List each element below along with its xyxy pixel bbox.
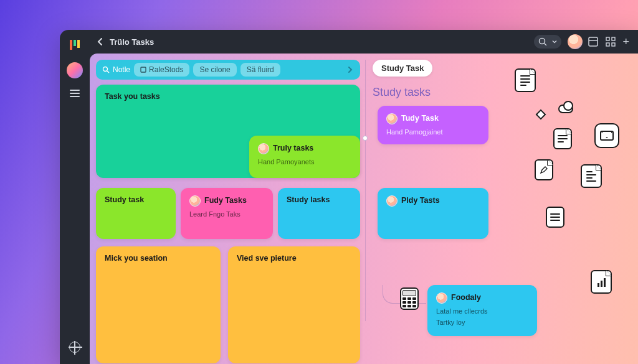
app-logo[interactable] [69,39,81,51]
svg-point-11 [103,67,108,72]
left-rail [60,30,90,364]
board-canvas[interactable]: Notle RaleStods Se cilone Sä fluird Task… [90,54,638,364]
layout-icon[interactable] [588,36,599,47]
document-icon[interactable] [515,68,536,92]
diamond-icon[interactable] [536,110,546,120]
avatar-icon [189,195,201,207]
search-dropdown[interactable] [534,35,561,49]
svg-rect-5 [589,37,598,46]
card-title: Study lasks [287,195,351,204]
svg-rect-1 [74,40,76,46]
add-button[interactable]: + [622,36,629,47]
column-divider [365,60,366,321]
search-icon [102,66,110,73]
card-title: Truly tasks [273,144,313,152]
card-pldy-tasts[interactable]: Pldy Tasts [378,188,488,239]
grid-icon[interactable] [605,36,616,47]
card-subtitle: Leard Fngo Taks [189,210,264,218]
topbar: Trülo Tasks + [90,30,638,54]
card-title: Tudy Task [401,114,439,123]
calculator-icon[interactable] [400,287,419,310]
filter-forward[interactable] [346,66,354,73]
svg-rect-13 [141,67,146,72]
page-title: Trülo Tasks [110,37,154,47]
svg-line-4 [545,44,547,46]
column-heading: Study tasks [373,86,431,99]
back-button[interactable] [93,35,107,49]
filter-chip[interactable]: RaleStods [134,63,189,77]
search-icon [538,37,548,47]
card-subtitle: Hand Pamoyanets [258,158,351,166]
mail-icon[interactable] [594,123,619,148]
filter-chip[interactable]: Se cilone [193,63,236,77]
svg-rect-9 [606,43,609,46]
svg-rect-7 [606,37,609,40]
card-subtitle: Latal me cllecrds [436,307,528,315]
list-document-icon[interactable] [581,164,602,188]
card-subtitle: Hand Pamogjainet [386,128,480,136]
card-title: Task you tasks [105,92,351,101]
svg-rect-8 [612,37,615,40]
document-icon[interactable] [553,128,572,149]
avatar-icon [258,143,269,154]
svg-rect-10 [612,43,615,46]
chevron-down-icon [551,39,558,45]
filter-note[interactable]: Notle [102,65,130,74]
card-tudy-task[interactable]: Tudy Task Hand Pamogjainet [378,106,488,144]
card-vied-pieture[interactable]: Vied sve pieture [228,246,360,363]
svg-line-12 [107,71,109,73]
card-truly-tasks[interactable]: Truly tasks Hand Pamoyanets [249,136,360,178]
card-title: Study task [105,195,167,204]
card-subtitle: Tartky loy [436,319,528,326]
card-title: Mick you seation [105,254,212,263]
card-fudy-tasks[interactable]: Fudy Tasks Leard Fngo Taks [181,188,273,239]
avatar-icon [386,113,398,124]
filter-chip[interactable]: Sä fluird [240,63,280,77]
target-icon[interactable] [69,342,80,353]
tag-icon [140,67,146,73]
card-study-task[interactable]: Study task [96,188,176,239]
card-title: Vied sve pieture [237,254,351,263]
connector-dot [363,136,368,141]
chart-document-icon[interactable] [591,270,612,294]
card-mick-seation[interactable]: Mick you seation [96,246,221,363]
card-study-lasks[interactable]: Study lasks [278,188,360,239]
user-avatar-top[interactable] [568,34,583,49]
card-title: Foodaly [451,293,481,302]
filter-bar: Notle RaleStods Se cilone Sä fluird [96,60,360,80]
card-title: Fudy Tasks [204,196,247,205]
avatar-icon [436,292,447,304]
cloud-icon[interactable] [558,105,573,113]
main-area: Trülo Tasks + Notle RaleSt [90,30,638,364]
pen-document-icon[interactable] [535,159,553,180]
svg-rect-0 [70,40,72,50]
app-window: Trülo Tasks + Notle RaleSt [60,30,638,364]
tab-study-task[interactable]: Study Task [373,60,432,77]
user-avatar-rail[interactable] [67,62,83,78]
svg-point-3 [540,39,545,44]
card-title: Pldy Tasts [401,196,440,205]
card-foodaly[interactable]: Foodaly Latal me cllecrds Tartky loy [427,285,537,336]
document-icon[interactable] [546,207,564,228]
svg-rect-2 [77,40,80,48]
menu-toggle[interactable] [70,90,80,97]
avatar-icon [386,195,398,207]
